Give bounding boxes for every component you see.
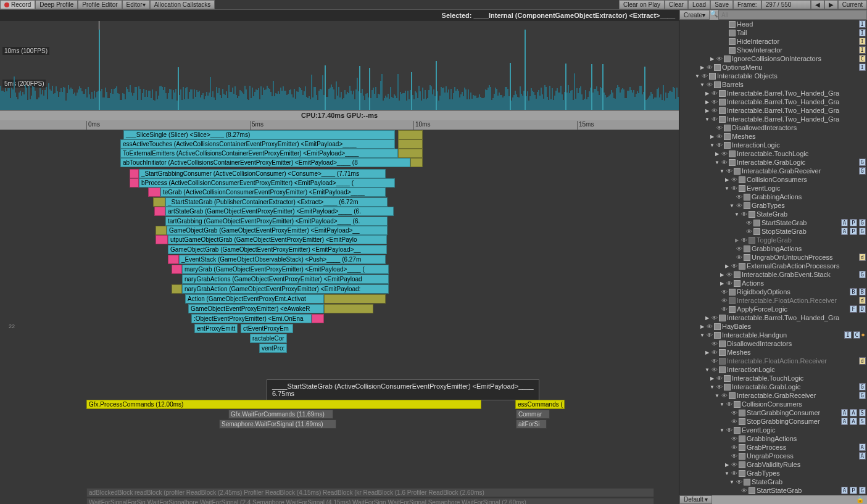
expand-arrow[interactable]: ▼ — [699, 82, 705, 88]
tree-row[interactable]: 👁DisallowedInteractors — [679, 123, 867, 132]
flame-span[interactable]: artStateGrab (GameObjectEventProxyEmitte… — [165, 207, 394, 216]
clear-on-play-button[interactable]: Clear on Play — [619, 0, 665, 9]
flame-span[interactable]: Action (GameObjectEventProxyEmt.Activat — [185, 294, 324, 304]
expand-arrow[interactable]: ▶ — [709, 134, 715, 139]
visibility-icon[interactable]: 👁 — [715, 56, 724, 62]
flame-span[interactable] — [153, 197, 165, 207]
flame-span[interactable] — [172, 265, 182, 274]
flame-span[interactable]: GameObjectEventProxyEmitter) <eAwakeR — [188, 304, 324, 313]
expand-arrow[interactable]: ▶ — [714, 151, 720, 157]
visibility-icon[interactable]: 👁 — [710, 107, 719, 114]
visibility-icon[interactable]: 👁 — [715, 384, 724, 390]
expand-arrow[interactable]: ▶ — [704, 315, 710, 321]
visibility-icon[interactable]: 👁 — [715, 133, 724, 140]
visibility-icon[interactable]: 👁 — [730, 470, 739, 477]
expand-arrow[interactable]: ▼ — [714, 160, 720, 165]
tree-row[interactable]: ▼👁EventLogic — [679, 184, 867, 192]
expand-arrow[interactable]: ▶ — [704, 99, 710, 105]
flame-span[interactable]: _EventStack (GameObjectObservableStack) … — [179, 255, 386, 264]
flame-span[interactable]: essActiveTouches (ActiveCollisionsContai… — [120, 139, 395, 149]
tree-row[interactable]: ▶👁OptionsMenuI — [679, 63, 867, 72]
visibility-icon[interactable]: 👁 — [730, 263, 739, 270]
flame-span[interactable]: ctEventProxyEm — [241, 324, 293, 333]
tree-row[interactable]: 👁GrabbingActions — [679, 192, 867, 201]
visibility-icon[interactable]: 👁 — [735, 254, 744, 261]
flame-chart[interactable]: ___SliceSingle (Slicer) <Slice>____ (8.2… — [0, 130, 679, 504]
flame-span[interactable]: tartGrabbing (GameObjectEventProxyEmitte… — [165, 217, 388, 226]
tree-row[interactable]: ▶👁CollisionConsumers — [679, 175, 867, 184]
expand-arrow[interactable]: ▼ — [709, 384, 715, 390]
tree-row[interactable]: ▼👁Interactable.HandgunIC✦ — [679, 331, 867, 339]
expand-arrow[interactable]: ▼ — [719, 402, 725, 407]
tree-row[interactable]: ▼👁StateGrab — [679, 477, 867, 486]
save-button[interactable]: Save — [710, 0, 733, 9]
thread-span[interactable]: essCommands ( — [515, 400, 565, 409]
tree-row[interactable]: ▶👁IgnoreCollisionsOnInteractorsC — [679, 54, 867, 63]
flame-span[interactable]: bProcess (ActiveCollisionConsumerEventPr… — [139, 178, 395, 188]
thread-span[interactable]: Gfx.WaitForCommands (11.69ms) — [228, 410, 333, 419]
visibility-icon[interactable]: 👁 — [745, 228, 753, 235]
flame-span[interactable]: ___SliceSingle (Slicer) <Slice>____ (8.2… — [123, 130, 395, 139]
tree-row[interactable]: 👁StopGrabbingConsumerAAS — [679, 417, 867, 426]
expand-arrow[interactable]: ▶ — [699, 324, 705, 329]
flame-span[interactable] — [172, 284, 182, 294]
tree-row[interactable]: ▶👁Interactable.TouchLogic — [679, 374, 867, 382]
expand-arrow[interactable]: ▼ — [719, 168, 725, 174]
search-input[interactable] — [718, 10, 867, 20]
visibility-icon[interactable]: 👁 — [725, 168, 734, 175]
visibility-icon[interactable]: 👁 — [705, 64, 714, 71]
tree-row[interactable]: ▼👁GrabTypes — [679, 201, 867, 210]
visibility-icon[interactable]: 👁 — [730, 436, 739, 442]
visibility-icon[interactable]: 👁 — [740, 237, 749, 244]
tree-row[interactable]: HeadI — [679, 20, 867, 28]
tree-row[interactable]: 👁RigidbodyOptionsBB — [679, 287, 867, 296]
flame-span[interactable] — [398, 139, 423, 149]
flame-span[interactable]: teGrab (ActiveCollisionConsumerEventProx… — [160, 188, 386, 197]
visibility-icon[interactable]: 👁 — [735, 246, 744, 252]
visibility-icon[interactable]: 👁 — [715, 375, 724, 382]
visibility-icon[interactable]: 👁 — [725, 401, 734, 408]
visibility-icon[interactable]: 👁 — [720, 392, 729, 399]
expand-arrow[interactable]: ▶ — [719, 272, 725, 278]
default-dropdown[interactable]: Default ▾ — [679, 495, 712, 504]
visibility-icon[interactable]: 👁 — [730, 461, 739, 468]
tree-row[interactable]: ▼👁StateGrab — [679, 210, 867, 218]
editor-dropdown[interactable]: Editor ▾ — [122, 0, 150, 9]
visibility-icon[interactable]: 👁 — [735, 202, 744, 209]
expand-arrow[interactable]: ▶ — [724, 177, 730, 183]
record-button[interactable]: Record — [0, 0, 35, 9]
current-button[interactable]: Current — [838, 0, 867, 9]
flame-span[interactable] — [154, 207, 165, 216]
tree-row[interactable]: 👁StartStateGrabAPG — [679, 486, 867, 495]
flame-span[interactable]: _StartStateGrab (PublisherContainerExtra… — [165, 197, 388, 207]
expand-arrow[interactable]: ▼ — [694, 73, 700, 79]
allocation-callstacks-button[interactable]: Allocation Callstacks — [150, 0, 215, 9]
visibility-icon[interactable]: 👁 — [735, 479, 744, 485]
visibility-icon[interactable]: 👁 — [710, 315, 719, 321]
tree-row[interactable]: TailI — [679, 28, 867, 37]
expand-arrow[interactable]: ▶ — [709, 376, 715, 381]
clear-button[interactable]: Clear — [665, 0, 688, 9]
expand-arrow[interactable]: ▼ — [709, 143, 715, 148]
flame-span[interactable]: _StartGrabbingConsumer (ActiveCollisionC… — [139, 169, 386, 178]
profile-editor-button[interactable]: Profile Editor — [78, 0, 122, 9]
flame-span[interactable] — [130, 178, 139, 188]
visibility-icon[interactable]: 👁 — [710, 366, 719, 373]
tree-row[interactable]: 👁GrabProcessA — [679, 443, 867, 452]
expand-arrow[interactable]: ▼ — [724, 186, 730, 191]
visibility-icon[interactable]: 👁 — [725, 271, 734, 278]
visibility-icon[interactable]: 👁 — [745, 220, 753, 226]
expand-arrow[interactable]: ▼ — [734, 212, 740, 217]
expand-arrow[interactable]: ▼ — [724, 471, 730, 476]
expand-arrow[interactable]: ▶ — [734, 238, 740, 243]
visibility-icon[interactable]: 👁 — [720, 306, 729, 313]
visibility-icon[interactable]: 👁 — [710, 341, 719, 347]
visibility-icon[interactable]: 👁 — [730, 410, 739, 416]
flame-span[interactable]: ToExternalEmitters (ActiveCollisionsCont… — [120, 149, 398, 158]
visibility-icon[interactable]: 👁 — [710, 116, 719, 123]
lock-icon[interactable]: 🔒 — [853, 495, 867, 504]
tree-row[interactable]: ▼👁InteractionLogic — [679, 141, 867, 149]
prev-frame-button[interactable]: ◀ — [811, 0, 824, 9]
expand-arrow[interactable]: ▶ — [704, 91, 710, 96]
tree-row[interactable]: ▼👁Interactable.Barrel.Two_Handed_Gra — [679, 115, 867, 123]
